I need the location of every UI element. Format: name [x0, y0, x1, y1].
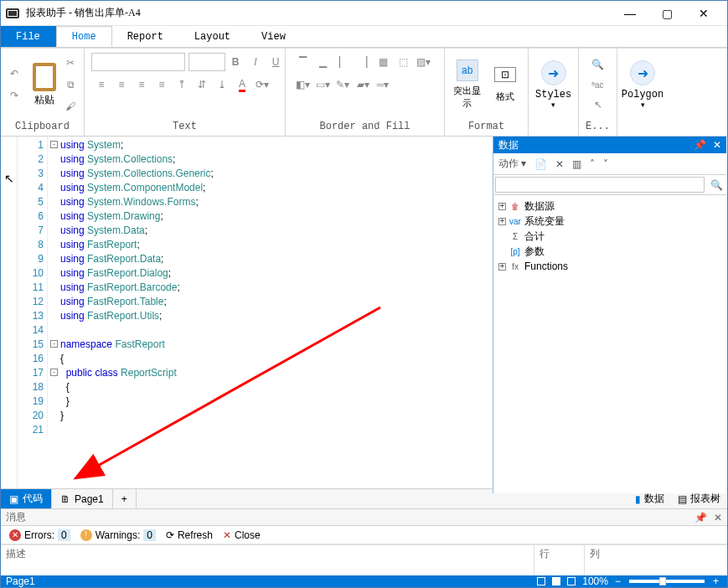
- font-color-icon[interactable]: A: [233, 75, 251, 94]
- find-icon[interactable]: 🔍: [589, 55, 607, 74]
- data-panel-title-bar[interactable]: 数据 📌 ✕: [493, 137, 726, 153]
- data-panel-toolbar: 动作 ▾ 📄 ✕ ▥ ˄ ˅: [493, 153, 726, 175]
- rotate-icon[interactable]: ⟳▾: [253, 75, 271, 94]
- code-tab-icon: ▣: [9, 493, 18, 505]
- zoom-out-button[interactable]: −: [612, 575, 624, 587]
- close-button[interactable]: ✕: [685, 1, 722, 26]
- pin-icon[interactable]: 📌: [694, 139, 706, 151]
- errors-badge[interactable]: ✕ Errors: 0: [6, 529, 74, 541]
- font-name-select[interactable]: [91, 53, 185, 71]
- underline-icon[interactable]: U: [266, 53, 285, 71]
- search-icon[interactable]: 🔍: [706, 175, 726, 194]
- zoom-fit-icon[interactable]: [534, 577, 549, 585]
- panel-tab-data[interactable]: ▮数据: [628, 492, 671, 506]
- messages-pin-icon[interactable]: 📌: [694, 512, 707, 524]
- border-right-icon[interactable]: ▕: [354, 53, 372, 71]
- code-editor[interactable]: using System;using System.Collections;us…: [60, 137, 493, 488]
- tab-report[interactable]: Report: [112, 26, 179, 47]
- tree-item[interactable]: Σ合计: [498, 229, 721, 244]
- group-border-label: Border and Fill: [286, 121, 444, 136]
- zoom-width-icon[interactable]: [549, 577, 564, 585]
- tree-icon: [p]: [509, 245, 521, 257]
- italic-icon[interactable]: I: [246, 53, 265, 71]
- border-none-icon[interactable]: ⬚: [394, 53, 412, 71]
- minimize-button[interactable]: —: [612, 1, 648, 26]
- polygon-button[interactable]: ➜ Polygon ▾: [621, 55, 664, 114]
- messages-panel: 消息 📌 ✕ ✕ Errors: 0 ! Warnings: 0 ⟳ Refre…: [1, 508, 727, 575]
- valign-top-icon[interactable]: ⤒: [173, 75, 191, 94]
- tree-icon: fx: [509, 260, 521, 272]
- fill-color-icon[interactable]: ▰▾: [354, 75, 372, 94]
- redo-icon[interactable]: ↷: [5, 86, 23, 105]
- align-right-icon[interactable]: ≡: [132, 75, 151, 94]
- font-size-select[interactable]: [188, 53, 225, 71]
- data-search-input[interactable]: [495, 177, 705, 193]
- tab-file[interactable]: File: [1, 26, 56, 47]
- tab-page1[interactable]: 🗎 Page1: [52, 489, 113, 508]
- delete-icon[interactable]: ✕: [555, 158, 564, 170]
- col-description[interactable]: 描述: [1, 545, 534, 575]
- select-icon[interactable]: ↖: [589, 95, 607, 114]
- tree-item[interactable]: +fxFunctions: [498, 259, 721, 274]
- tree-item[interactable]: [p]参数: [498, 244, 721, 259]
- group-clipboard-label: Clipboard: [1, 121, 84, 136]
- movedown-icon[interactable]: ˅: [603, 158, 608, 170]
- view-icon[interactable]: ▥: [572, 158, 581, 170]
- tab-code[interactable]: ▣ 代码: [1, 489, 52, 508]
- messages-close-icon[interactable]: ✕: [714, 512, 722, 524]
- border-top-icon[interactable]: ▔: [293, 53, 312, 71]
- close-icon: ✕: [223, 529, 231, 541]
- zoom-page-icon[interactable]: [564, 577, 579, 585]
- data-tree[interactable]: +🗑数据源+var系统变量Σ合计[p]参数+fxFunctions: [493, 195, 726, 493]
- tab-home[interactable]: Home: [56, 26, 112, 47]
- refresh-button[interactable]: ⟳ Refresh: [163, 529, 216, 541]
- window-title: 报表助手 - 销售出库单-A4: [26, 6, 612, 20]
- align-left-icon[interactable]: ≡: [92, 75, 111, 94]
- tree-item[interactable]: +🗑数据源: [498, 199, 721, 214]
- tree-item[interactable]: +var系统变量: [498, 214, 721, 229]
- line-color-icon[interactable]: ✎▾: [333, 75, 352, 94]
- format-painter-icon[interactable]: 🖌: [61, 97, 80, 116]
- ribbon-tabs: File Home Report Layout View: [1, 26, 727, 48]
- tree-icon: 🗑: [509, 200, 521, 212]
- tab-view[interactable]: View: [246, 26, 302, 47]
- valign-middle-icon[interactable]: ⇵: [193, 75, 211, 94]
- new-icon[interactable]: 📄: [534, 158, 547, 170]
- styles-button[interactable]: ➜ Styles ▾: [532, 55, 575, 114]
- moveup-icon[interactable]: ˄: [590, 158, 595, 170]
- status-bar: Page1 100% − +: [1, 575, 727, 587]
- tab-add[interactable]: +: [113, 489, 137, 508]
- paste-button[interactable]: 粘贴: [28, 58, 60, 112]
- zoom-in-button[interactable]: +: [710, 575, 722, 587]
- align-center-icon[interactable]: ≡: [112, 75, 131, 94]
- fill-icon[interactable]: ◧▾: [293, 75, 312, 94]
- highlight-button[interactable]: ab 突出显示: [448, 54, 487, 115]
- border-width-icon[interactable]: ▭▾: [313, 75, 332, 94]
- border-toggle-icon[interactable]: ▨▾: [414, 53, 432, 71]
- tab-layout[interactable]: Layout: [179, 26, 246, 47]
- panel-tab-reporttree[interactable]: ▤报表树: [671, 492, 727, 506]
- maximize-button[interactable]: ▢: [648, 1, 685, 26]
- warnings-badge[interactable]: ! Warnings: 0: [77, 529, 159, 541]
- copy-icon[interactable]: ⧉: [61, 75, 80, 94]
- warning-icon: !: [80, 529, 92, 541]
- actions-dropdown[interactable]: 动作 ▾: [498, 157, 526, 171]
- group-text-label: Text: [85, 121, 285, 136]
- col-line[interactable]: 行: [534, 545, 585, 575]
- border-bottom-icon[interactable]: ▁: [313, 53, 332, 71]
- cut-icon[interactable]: ✂: [61, 54, 80, 72]
- border-all-icon[interactable]: ▦: [374, 53, 392, 71]
- styles-icon: ➜: [541, 60, 566, 85]
- panel-close-icon[interactable]: ✕: [713, 139, 721, 151]
- zoom-slider[interactable]: [629, 580, 705, 583]
- border-left-icon[interactable]: ▏: [333, 53, 352, 71]
- format-button[interactable]: ⊡ 格式: [487, 62, 525, 108]
- col-column[interactable]: 列: [585, 545, 727, 575]
- close-messages-button[interactable]: ✕ Close: [219, 529, 264, 541]
- undo-icon[interactable]: ↶: [5, 64, 23, 83]
- replace-icon[interactable]: ªac: [589, 75, 607, 94]
- bold-icon[interactable]: B: [226, 53, 245, 71]
- border-style-icon[interactable]: ═▾: [374, 75, 392, 94]
- align-justify-icon[interactable]: ≡: [152, 75, 171, 94]
- valign-bottom-icon[interactable]: ⤓: [213, 75, 231, 94]
